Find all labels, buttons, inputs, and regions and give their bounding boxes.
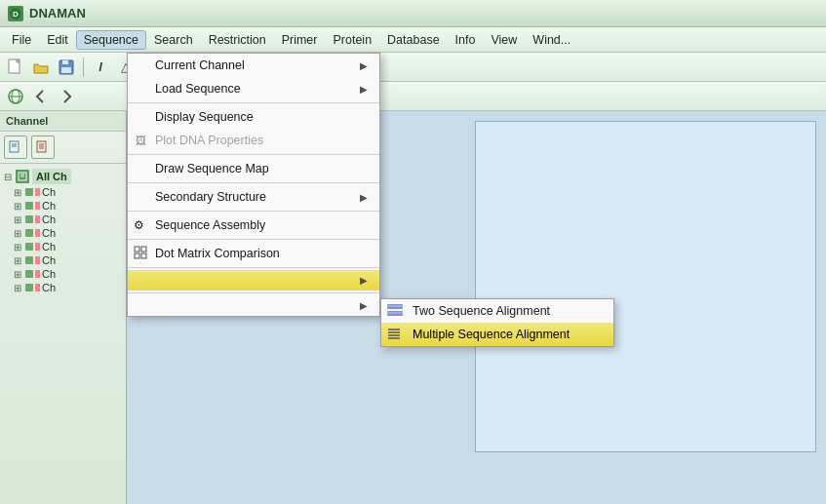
menu-random-sequence[interactable]: ▶ [128,295,379,316]
menu-primer[interactable]: Primer [274,30,326,50]
forward-button[interactable] [55,85,78,108]
new-button[interactable] [4,56,27,79]
menu-sequence-assembly[interactable]: ⚙ Sequence Assembly [128,213,379,237]
tree-expand-icon-2: ⊞ [14,201,25,212]
tree-child-icon-5 [25,243,33,251]
menu-edit[interactable]: Edit [39,30,76,50]
menu-draw-sequence-map[interactable]: Draw Sequence Map [128,157,379,180]
tree-root-label: All Ch [32,169,71,184]
menu-window[interactable]: Wind... [525,30,578,50]
tree-child-icon-3 [25,215,33,223]
menu-multiple-sequence-alignment[interactable]: Multiple Sequence Alignment [381,323,613,346]
menu-sequence[interactable]: Sequence [76,30,146,50]
alignment-submenu: Two Sequence Alignment Multiple Sequence… [380,298,614,347]
menu-display-sequence[interactable]: Display Sequence [128,105,379,129]
ch-color-7 [35,270,40,278]
dot-matrix-icon [134,246,147,262]
menu-two-sequence-alignment[interactable]: Two Sequence Alignment [381,299,613,323]
tree-label-3: Ch [42,213,56,225]
separator-s7 [128,292,379,293]
tree-expand-icon-5: ⊞ [14,242,25,252]
svg-rect-22 [141,247,146,252]
tree-label-7: Ch [42,268,56,280]
tree-label-2: Ch [42,200,56,212]
menu-alignment[interactable]: ▶ [128,270,379,291]
two-seq-icon [387,304,403,319]
globe-button[interactable] [4,85,27,108]
sequence-menu: Current Channel ▶ Load Sequence ▶ Displa… [127,53,380,317]
submenu-arrow-secondary: ▶ [360,192,368,203]
menu-info[interactable]: Info [448,30,484,50]
svg-rect-24 [141,253,146,258]
menu-secondary-structure[interactable]: Secondary Structure ▶ [128,185,379,209]
tree-expand-icon: ⊟ [4,172,16,182]
svg-rect-25 [387,304,403,309]
tree-expand-icon-1: ⊞ [14,187,25,198]
menu-current-channel[interactable]: Current Channel ▶ [128,54,379,77]
submenu-arrow-current: ▶ [360,60,368,71]
multi-seq-icon [387,327,401,343]
ch-color-5 [35,243,40,251]
menu-file[interactable]: File [4,30,39,50]
menu-protein[interactable]: Protein [325,30,379,50]
separator-s4 [128,211,379,212]
tree-root-icon [16,170,29,183]
svg-rect-23 [135,253,139,258]
submenu-arrow-random: ▶ [360,300,368,311]
tree-child-icon-7 [25,270,33,278]
sidebar-toolbar [0,132,126,164]
menu-bar: File Edit Sequence Search Restriction Pr… [0,27,826,53]
content-window [475,121,816,452]
menu-database[interactable]: Database [379,30,448,50]
toolbar-secondary [0,82,826,111]
svg-rect-26 [387,311,403,316]
submenu-arrow-load: ▶ [360,84,368,95]
tree-expand-icon-6: ⊞ [14,255,25,266]
tree-child-icon-4 [25,229,33,237]
app-icon: D [8,6,23,21]
assembly-icon: ⚙ [134,218,144,232]
menu-restriction[interactable]: Restriction [201,30,274,50]
menu-dot-matrix[interactable]: Dot Matrix Comparison [128,242,379,265]
separator-s3 [128,182,379,183]
tree-item-5[interactable]: ⊞ Ch [2,240,124,253]
svg-rect-7 [61,67,71,73]
sidebar-icon-list[interactable] [31,136,55,159]
ch-color-1 [35,188,40,196]
tree-expand-icon-4: ⊞ [14,228,25,239]
tree-area: ⊟ All Ch ⊞ Ch ⊞ Ch ⊞ [0,164,126,298]
menu-view[interactable]: View [483,30,525,50]
save-button[interactable] [55,56,78,79]
tree-expand-icon-7: ⊞ [14,269,25,280]
separator-s1 [128,102,379,103]
ch-color-8 [35,284,40,291]
ch-color-6 [35,256,40,264]
tree-item-6[interactable]: ⊞ Ch [2,253,124,267]
tree-item-2[interactable]: ⊞ Ch [2,199,124,213]
tree-child-icon-8 [25,284,33,291]
tree-item-8[interactable]: ⊞ Ch [2,281,124,294]
tree-item-3[interactable]: ⊞ Ch [2,213,124,226]
tree-child-icon-6 [25,256,33,264]
menu-search[interactable]: Search [146,30,201,50]
tree-item-1[interactable]: ⊞ Ch [2,185,124,199]
menu-plot-dna: 🖼 Plot DNA Properties [128,129,379,152]
tree-item-7[interactable]: ⊞ Ch [2,267,124,281]
tree-label-5: Ch [42,241,56,252]
tree-label-6: Ch [42,254,56,266]
title-bar: D DNAMAN [0,0,826,27]
italic-button[interactable]: I [89,56,112,79]
tree-item-4[interactable]: ⊞ Ch [2,226,124,240]
app-title: DNAMAN [29,6,86,20]
sidebar-icon-doc[interactable] [4,136,27,159]
menu-load-sequence[interactable]: Load Sequence ▶ [128,77,379,100]
ch-color-2 [35,202,40,210]
open-button[interactable] [29,56,53,79]
tree-child-icon-2 [25,202,33,210]
tree-label-8: Ch [42,282,56,293]
tree-label-4: Ch [42,227,56,239]
tree-root[interactable]: ⊟ All Ch [2,168,124,185]
back-button[interactable] [29,85,53,108]
plot-icon: 🖼 [136,135,146,146]
tree-expand-icon-3: ⊞ [14,214,25,225]
